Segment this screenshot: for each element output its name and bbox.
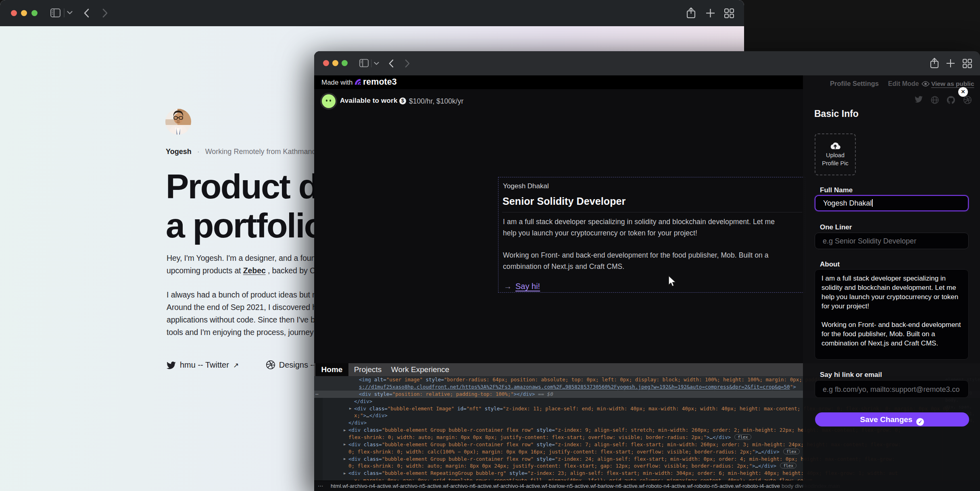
panel-title: Profile Settings bbox=[830, 80, 879, 87]
paragraph-line: combination of Next.js and Craft CMS. bbox=[503, 261, 769, 273]
about-line: help you launch your cryptocurrency or t… bbox=[822, 292, 962, 302]
say-hi-input[interactable]: e.g fb.com/yo, mailto:support@remote3.co bbox=[815, 380, 969, 398]
code-line[interactable]: </div> bbox=[354, 398, 372, 405]
cloud-upload-icon bbox=[830, 141, 840, 150]
availability-status: Available to work bbox=[340, 97, 398, 105]
text-caret bbox=[872, 199, 873, 207]
full-name-label: Full Name bbox=[820, 186, 853, 194]
toolbar-separator bbox=[371, 59, 372, 67]
fg-window-titlebar bbox=[314, 51, 980, 75]
view-as-public-link[interactable]: View as public bbox=[931, 80, 974, 87]
status-avatar bbox=[322, 94, 336, 108]
paragraph-line: I am a full stack developer specializing… bbox=[503, 216, 775, 228]
save-changes-button[interactable]: Save Changes✓ bbox=[815, 412, 969, 427]
paragraph-line: Working on Front- and back-end developme… bbox=[503, 250, 769, 261]
zebec-link[interactable]: Zebec bbox=[243, 266, 266, 275]
upload-profile-pic-button[interactable]: Upload Profile Pic bbox=[815, 133, 856, 175]
bubble-paragraph-1: I am a full stack developer specializing… bbox=[503, 216, 775, 239]
say-hi-row: →Say hi! bbox=[504, 282, 540, 291]
disclosure-triangle-icon[interactable]: ▶ bbox=[349, 406, 351, 410]
chevron-down-icon[interactable] bbox=[67, 11, 73, 15]
eye-icon bbox=[922, 81, 930, 89]
minimize-window-button[interactable] bbox=[332, 60, 338, 66]
meta-separator: · bbox=[197, 148, 200, 156]
toolbar-separator bbox=[64, 8, 65, 17]
panel-close-button[interactable]: ✕ bbox=[958, 87, 968, 97]
new-tab-icon[interactable] bbox=[946, 59, 955, 68]
arrow-right-icon: → bbox=[504, 282, 512, 291]
remote3-brand[interactable]: remote3 bbox=[363, 77, 397, 87]
site-tab-work-experience[interactable]: Work Experience bbox=[387, 363, 453, 376]
code-line[interactable]: 0; flex-shrink: 0; width: calc(100% − 0p… bbox=[348, 448, 800, 456]
new-tab-icon[interactable] bbox=[706, 8, 715, 18]
about-textarea[interactable]: I am a full stack developer specializing… bbox=[815, 269, 969, 360]
flex-badge[interactable]: flex bbox=[783, 449, 800, 454]
disclosure-triangle-icon[interactable]: ▶ bbox=[344, 428, 346, 432]
website-globe-icon[interactable] bbox=[931, 96, 939, 106]
twitter-icon bbox=[167, 362, 176, 369]
code-line[interactable]: 0; flex-shrink: 0; width: auto; margin: … bbox=[348, 462, 797, 470]
full-name-input[interactable]: Yogesh Dhakal bbox=[815, 195, 969, 211]
dollar-icon: $ bbox=[399, 98, 406, 104]
sidebar-toggle-icon[interactable] bbox=[359, 59, 369, 67]
close-window-button[interactable] bbox=[11, 10, 17, 16]
tab-overview-icon[interactable] bbox=[963, 59, 972, 68]
breadcrumb-overflow-icon[interactable]: ⋯ bbox=[318, 481, 324, 491]
dribbble-icon bbox=[266, 360, 275, 369]
disclosure-triangle-icon[interactable]: ▶ bbox=[344, 471, 346, 475]
author-name: Yogesh bbox=[166, 148, 192, 156]
about-line: for your project! bbox=[822, 302, 962, 311]
about-line: I am a full stack developer specializing… bbox=[822, 274, 962, 283]
code-line[interactable]: x;">…</div> bbox=[354, 412, 388, 419]
about-line bbox=[822, 311, 962, 320]
zoom-window-button[interactable] bbox=[342, 60, 348, 66]
mouse-cursor bbox=[667, 275, 678, 289]
github-icon[interactable] bbox=[947, 96, 955, 106]
flex-badge[interactable]: flex bbox=[734, 434, 751, 440]
code-line[interactable]: </div> bbox=[348, 419, 367, 427]
close-window-button[interactable] bbox=[323, 60, 329, 66]
external-arrow-icon: ↗ bbox=[233, 362, 239, 369]
forward-button[interactable] bbox=[405, 59, 410, 68]
code-line[interactable]: flex-shrink: 0; width: auto; margin: 0px… bbox=[348, 434, 751, 441]
back-button[interactable] bbox=[83, 8, 89, 18]
bubble-title: Senior Solidity Developer bbox=[503, 196, 626, 207]
say-hi-link[interactable]: Say hi! bbox=[515, 282, 540, 291]
tab-overview-icon[interactable] bbox=[724, 8, 734, 18]
chevron-down-icon[interactable] bbox=[374, 62, 379, 65]
about-label: About bbox=[820, 260, 840, 268]
edit-mode-tab[interactable]: Edit Mode bbox=[888, 80, 919, 87]
made-with-label: Made with bbox=[321, 79, 352, 87]
rate-text: $100/hr, $100k/yr bbox=[409, 97, 463, 106]
avatar bbox=[165, 109, 191, 135]
site-tab-home[interactable]: Home bbox=[315, 363, 348, 376]
breadcrumb-path[interactable]: html.wf-archivo-n4-active.wf-archivo-n5-… bbox=[331, 481, 840, 491]
twitter-link[interactable]: hmu -- Twitter↗ bbox=[167, 360, 239, 369]
back-button[interactable] bbox=[388, 59, 394, 68]
about-line: for the food publisher, Mob. Built on a bbox=[822, 329, 962, 339]
about-line: combination of Next.js and Craft CMS. bbox=[822, 339, 962, 348]
one-liner-label: One Liner bbox=[820, 223, 852, 231]
disclosure-triangle-icon[interactable]: ▶ bbox=[344, 442, 346, 446]
flex-badge[interactable]: flex bbox=[780, 463, 797, 468]
one-liner-input[interactable]: e.g Senior Solidity Developer bbox=[815, 233, 969, 249]
zoom-window-button[interactable] bbox=[31, 10, 38, 16]
sidebar-toggle-icon[interactable] bbox=[50, 8, 60, 17]
section-title: Basic Info bbox=[814, 108, 859, 119]
site-tab-projects[interactable]: Projects bbox=[348, 363, 387, 376]
bg-window-titlebar bbox=[0, 0, 744, 26]
share-icon[interactable] bbox=[686, 7, 696, 19]
remote3-logo-icon bbox=[354, 78, 361, 85]
forward-button[interactable] bbox=[102, 8, 108, 18]
disclosure-triangle-icon[interactable]: ▶ bbox=[344, 457, 346, 461]
dribbble-icon[interactable] bbox=[963, 96, 972, 106]
twitter-icon[interactable] bbox=[915, 96, 923, 104]
paragraph-line: help you launch your cryptocurrency or t… bbox=[503, 228, 775, 239]
minimize-window-button[interactable] bbox=[21, 10, 27, 16]
panel-header: Profile Settings Edit Mode View as publi… bbox=[803, 75, 980, 90]
share-icon[interactable] bbox=[930, 58, 939, 69]
about-line: solidity and blockchain development. Let… bbox=[822, 283, 962, 292]
profile-settings-panel: Profile Settings Edit Mode View as publi… bbox=[803, 75, 980, 491]
about-line: Working on Front- and back-end developme… bbox=[822, 320, 962, 329]
selected-bubble-element[interactable]: Yogesh Dhakal Senior Solidity Developer … bbox=[498, 177, 805, 293]
